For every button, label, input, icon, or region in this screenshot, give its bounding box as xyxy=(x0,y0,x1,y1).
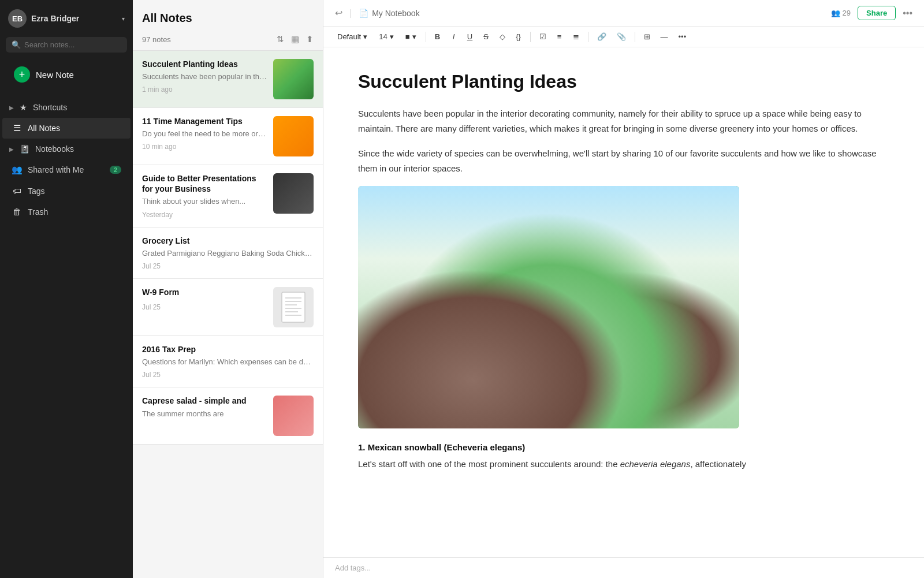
sidebar-item-shared[interactable]: 👥 Shared with Me 2 xyxy=(2,159,131,180)
note-item[interactable]: Grocery List Grated Parmigiano Reggiano … xyxy=(133,228,323,279)
export-icon[interactable]: ⬆ xyxy=(306,34,314,44)
note-preview: Succulents have been popular in the inte… xyxy=(142,72,267,82)
dropdown-arrow-icon: ▾ xyxy=(390,32,394,41)
note-preview: Do you feel the need to be more organize… xyxy=(142,129,267,139)
editor-footer[interactable]: Add tags... xyxy=(323,557,924,578)
notebook-icon: 📓 xyxy=(20,144,29,154)
font-size-label: 14 xyxy=(379,32,387,41)
attachment-button[interactable]: 📎 xyxy=(613,30,630,43)
back-icon[interactable]: ↩ xyxy=(335,8,342,18)
italic-button[interactable]: I xyxy=(447,30,461,43)
color-select[interactable]: ■ ▾ xyxy=(401,30,421,43)
table-button[interactable]: ⊞ xyxy=(640,30,654,43)
trash-icon: 🗑 xyxy=(12,207,22,217)
editor-topbar: ↩ | 📄 My Notebook 👥 29 Share ••• xyxy=(323,0,924,27)
share-count-number: 29 xyxy=(843,9,851,17)
svg-rect-0 xyxy=(282,292,305,322)
shared-label: Shared with Me xyxy=(28,165,84,174)
note-date: 10 min ago xyxy=(142,143,267,151)
chevron-down-icon: ▾ xyxy=(122,16,125,22)
link-button[interactable]: 🔗 xyxy=(593,30,610,43)
notes-scroll-area[interactable]: Succulent Planting Ideas Succulents have… xyxy=(133,51,323,578)
note-date: Jul 25 xyxy=(142,371,314,379)
tags-icon: 🏷 xyxy=(12,186,22,196)
sidebar-item-notebooks[interactable]: ▶ 📓 Notebooks xyxy=(0,139,133,159)
notebooks-label: Notebooks xyxy=(35,144,74,154)
notebook-label[interactable]: 📄 My Notebook xyxy=(359,9,419,18)
share-button[interactable]: Share xyxy=(858,6,896,20)
note-title: Caprese salad - simple and xyxy=(142,396,267,406)
unordered-list-button[interactable]: ≡ xyxy=(553,30,567,43)
note-title: Guide to Better Presentations for your B… xyxy=(142,173,267,194)
separator: | xyxy=(349,8,352,18)
notes-meta-bar: 97 notes ⇅ ▦ ⬆ xyxy=(133,31,323,51)
sidebar-item-tags[interactable]: 🏷 Tags xyxy=(2,181,131,201)
strikethrough-button[interactable]: S xyxy=(479,30,493,43)
toolbar-separator xyxy=(426,32,426,42)
note-content: 2016 Tax Prep Questions for Marilyn: Whi… xyxy=(142,344,314,379)
editor-body[interactable]: Succulent Planting Ideas Succulents have… xyxy=(323,47,924,557)
font-size-select[interactable]: 14 ▾ xyxy=(374,30,398,43)
star-icon: ★ xyxy=(20,103,27,112)
note-date: Jul 25 xyxy=(142,262,314,270)
form-icon xyxy=(281,291,306,323)
search-input[interactable] xyxy=(24,40,121,49)
note-date: 1 min ago xyxy=(142,85,267,94)
editor-panel: ↩ | 📄 My Notebook 👥 29 Share ••• Default… xyxy=(323,0,924,578)
editor-image xyxy=(358,186,739,428)
font-family-select[interactable]: Default ▾ xyxy=(333,30,372,43)
note-thumbnail xyxy=(273,173,314,214)
note-item[interactable]: Caprese salad - simple and The summer mo… xyxy=(133,387,323,445)
font-family-label: Default xyxy=(337,32,361,41)
note-date: Jul 25 xyxy=(142,303,267,311)
note-item[interactable]: 2016 Tax Prep Questions for Marilyn: Whi… xyxy=(133,336,323,387)
note-item[interactable]: 11 Time Management Tips Do you feel the … xyxy=(133,108,323,165)
note-content: Grocery List Grated Parmigiano Reggiano … xyxy=(142,236,314,270)
highlight-button[interactable]: ◇ xyxy=(495,30,509,43)
sidebar-item-shortcuts[interactable]: ▶ ★ Shortcuts xyxy=(0,98,133,117)
list-icon: ☰ xyxy=(12,123,22,133)
editor-paragraph-2: Since the wide variety of species can be… xyxy=(358,146,889,176)
code-button[interactable]: {} xyxy=(512,30,526,43)
toolbar-separator xyxy=(530,32,531,42)
note-thumbnail xyxy=(273,59,314,99)
sidebar-item-trash[interactable]: 🗑 Trash xyxy=(2,202,131,222)
note-thumbnail xyxy=(273,396,314,436)
notebook-icon: 📄 xyxy=(359,9,368,18)
shared-icon: 👥 xyxy=(12,165,22,175)
editor-subtitle-para: Let's start off with one of the most pro… xyxy=(358,457,889,472)
new-note-button[interactable]: + New Note xyxy=(6,61,127,88)
note-preview: Grated Parmigiano Reggiano Baking Soda C… xyxy=(142,248,314,259)
note-title: Succulent Planting Ideas xyxy=(142,59,267,69)
search-icon: 🔍 xyxy=(12,40,21,49)
bold-button[interactable]: B xyxy=(431,30,445,43)
note-item[interactable]: Guide to Better Presentations for your B… xyxy=(133,165,323,228)
ordered-list-button[interactable]: ≣ xyxy=(569,30,583,43)
view-toggle-icon[interactable]: ▦ xyxy=(291,34,299,44)
arrow-icon: ▶ xyxy=(9,105,14,111)
editor-title: Succulent Planting Ideas xyxy=(358,70,889,92)
note-item[interactable]: W-9 Form Jul 25 xyxy=(133,279,323,336)
more-options-icon[interactable]: ••• xyxy=(903,8,912,18)
note-content: W-9 Form Jul 25 xyxy=(142,287,267,327)
editor-paragraph-1: Succulents have been popular in the inte… xyxy=(358,106,889,136)
dropdown-arrow-icon: ▾ xyxy=(363,32,367,41)
note-thumbnail xyxy=(273,116,314,156)
people-icon: 👥 xyxy=(831,9,840,17)
sort-icon[interactable]: ⇅ xyxy=(277,34,284,44)
note-title: 11 Time Management Tips xyxy=(142,116,267,126)
toolbar-separator xyxy=(635,32,635,42)
note-item[interactable]: Succulent Planting Ideas Succulents have… xyxy=(133,51,323,108)
checkbox-button[interactable]: ☑ xyxy=(535,30,550,43)
underline-button[interactable]: U xyxy=(463,30,477,43)
user-profile[interactable]: EB Ezra Bridger ▾ xyxy=(0,0,133,37)
divider-button[interactable]: — xyxy=(657,30,672,43)
sidebar-item-all-notes[interactable]: ☰ All Notes xyxy=(2,118,131,139)
note-title: W-9 Form xyxy=(142,287,267,297)
notes-list-panel: All Notes 97 notes ⇅ ▦ ⬆ Succulent Plant… xyxy=(133,0,323,578)
more-toolbar-button[interactable]: ••• xyxy=(675,30,691,43)
note-thumbnail xyxy=(273,287,314,327)
notes-list-title: All Notes xyxy=(133,0,323,31)
search-bar[interactable]: 🔍 xyxy=(6,37,127,53)
note-content: Succulent Planting Ideas Succulents have… xyxy=(142,59,267,99)
